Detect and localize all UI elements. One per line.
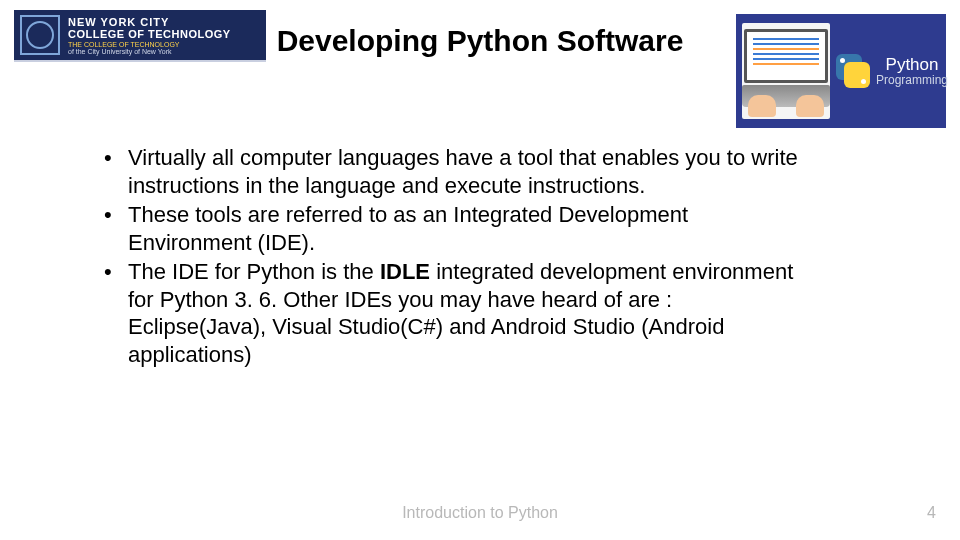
left-hand-icon — [748, 95, 776, 117]
slide: NEW YORK CITY COLLEGE OF TECHNOLOGY THE … — [0, 0, 960, 540]
promo-text: Python Programming — [876, 56, 948, 86]
bullet-3: The IDE for Python is the IDLE integrate… — [100, 258, 800, 368]
logo-underline — [14, 60, 266, 62]
python-promo-graphic: Python Programming — [736, 14, 946, 128]
promo-brand: Python — [876, 56, 948, 74]
bullet-3-bold: IDLE — [380, 259, 430, 284]
promo-subtitle: Programming — [876, 74, 948, 87]
laptop-screen-icon — [744, 29, 828, 83]
python-logo-icon — [836, 54, 870, 88]
bullet-1: Virtually all computer languages have a … — [100, 144, 800, 199]
footer-center: Introduction to Python — [0, 504, 960, 522]
page-number: 4 — [927, 504, 936, 522]
hands-icon — [742, 95, 830, 117]
bullet-3-pre: The IDE for Python is the — [128, 259, 380, 284]
bullet-2: These tools are referred to as an Integr… — [100, 201, 800, 256]
bullet-2-text: These tools are referred to as an Integr… — [128, 202, 688, 255]
right-hand-icon — [796, 95, 824, 117]
bullet-1-text: Virtually all computer languages have a … — [128, 145, 798, 198]
body-text: Virtually all computer languages have a … — [100, 144, 800, 370]
laptop-illustration — [742, 23, 830, 119]
